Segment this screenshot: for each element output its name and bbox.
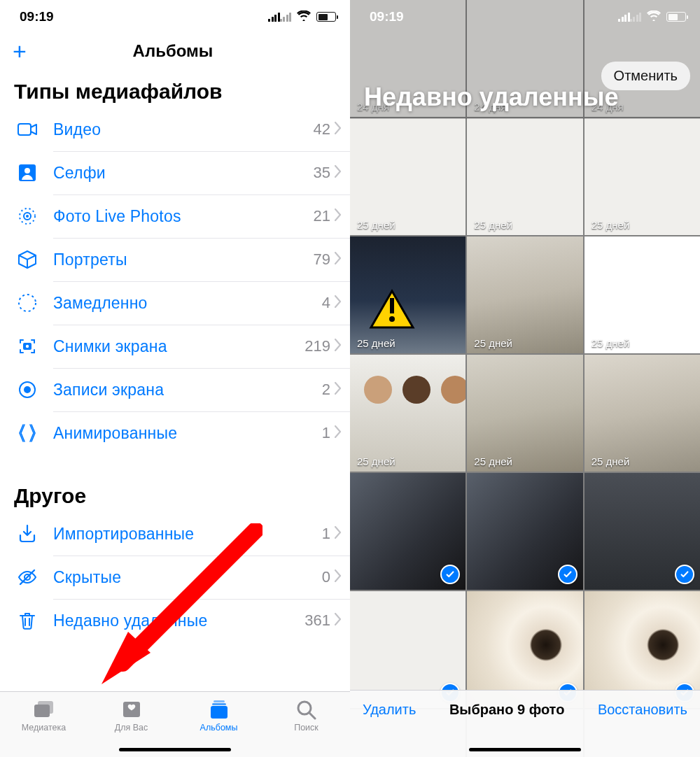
selection-status: Выбрано 9 фото <box>449 702 564 718</box>
status-time: 09:19 <box>20 9 54 24</box>
list-row[interactable]: Импортированные1 <box>0 512 350 556</box>
photo-tile[interactable]: 25 дней <box>467 118 582 235</box>
tab-library[interactable]: Медиатека <box>0 692 88 757</box>
add-button[interactable]: + <box>13 39 27 63</box>
list-row[interactable]: Портреты79 <box>0 238 350 281</box>
row-count: 21 <box>314 207 330 225</box>
row-label: Селфи <box>53 164 314 183</box>
days-remaining-label: 25 дней <box>474 337 512 349</box>
list-row[interactable]: Селфи35 <box>0 151 350 194</box>
list-row[interactable]: Снимки экрана219 <box>0 325 350 368</box>
list-row[interactable]: Анимированные1 <box>0 411 350 455</box>
chevron-right-icon <box>335 295 342 311</box>
photo-tile[interactable]: 25 дней <box>467 236 582 353</box>
photo-tile[interactable] <box>584 473 700 590</box>
search-icon <box>295 699 318 720</box>
list-row[interactable]: Скрытые0 <box>0 556 350 599</box>
hidden-icon <box>14 564 41 590</box>
video-icon <box>14 116 41 143</box>
row-label: Импортированные <box>53 525 322 544</box>
home-indicator[interactable] <box>469 748 581 752</box>
list-media-types: Видео42Селфи35Фото Live Photos21Портреты… <box>0 108 350 455</box>
chevron-right-icon <box>335 208 342 224</box>
row-label: Снимки экрана <box>53 337 304 356</box>
photo-tile[interactable]: 25 дней <box>467 355 582 472</box>
photo-thumbnail <box>350 236 465 353</box>
chevron-right-icon <box>335 425 342 441</box>
foryou-icon <box>120 699 144 720</box>
photo-tile[interactable]: 25 дней <box>350 355 465 472</box>
import-icon <box>14 521 41 547</box>
albums-screen: 09:19 + Альбомы Типы медиафайлов Видео42… <box>0 0 350 757</box>
chevron-right-icon <box>335 165 342 181</box>
row-label: Фото Live Photos <box>53 207 314 226</box>
svg-point-5 <box>364 376 392 404</box>
row-count: 79 <box>314 250 330 269</box>
row-label: Анимированные <box>53 424 322 443</box>
list-other: Импортированные1Скрытые0Недавно удаленны… <box>0 512 350 642</box>
row-label: Замедленно <box>53 294 322 313</box>
days-remaining-label: 25 дней <box>592 337 630 349</box>
photo-thumbnail <box>467 236 582 353</box>
page-title: Альбомы <box>133 41 214 61</box>
animated-icon <box>14 420 41 446</box>
status-icons <box>268 9 336 24</box>
recover-button[interactable]: Восстановить <box>598 702 687 718</box>
row-label: Недавно удаленные <box>53 611 304 630</box>
photo-tile[interactable] <box>467 473 582 590</box>
days-remaining-label: 25 дней <box>474 455 512 467</box>
dual-sim-icon <box>268 13 291 22</box>
list-row[interactable]: Замедленно4 <box>0 281 350 325</box>
photo-thumbnail <box>467 118 582 235</box>
status-icons <box>618 9 686 24</box>
photo-thumbnail <box>467 355 582 472</box>
list-row[interactable]: Записи экрана2 <box>0 368 350 411</box>
svg-point-4 <box>389 316 395 322</box>
tab-label: Альбомы <box>200 723 238 733</box>
tab-search[interactable]: Поиск <box>262 692 350 757</box>
photo-tile[interactable] <box>350 473 465 590</box>
home-indicator[interactable] <box>119 748 231 752</box>
albums-icon <box>207 699 231 720</box>
row-label: Портреты <box>53 250 314 269</box>
chevron-right-icon <box>335 252 342 267</box>
photo-tile[interactable]: 25 дней <box>584 118 700 235</box>
chevron-right-icon <box>335 122 342 137</box>
slomo-icon <box>14 290 41 316</box>
tab-label: Для Вас <box>115 723 148 733</box>
list-row[interactable]: Недавно удаленные361 <box>0 599 350 642</box>
battery-icon <box>666 12 686 22</box>
row-count: 42 <box>314 120 330 139</box>
photo-tile[interactable]: 25 дней <box>350 236 465 353</box>
row-label: Видео <box>53 120 314 139</box>
row-count: 1 <box>322 424 330 442</box>
wifi-icon <box>647 9 661 24</box>
list-row[interactable]: Видео42 <box>0 108 350 151</box>
chevron-right-icon <box>335 382 342 397</box>
screenshot-icon <box>14 333 41 360</box>
chevron-right-icon <box>335 339 342 354</box>
tab-label: Поиск <box>294 723 318 733</box>
section-header-media-types: Типы медиафайлов <box>0 71 350 108</box>
row-count: 219 <box>304 337 330 355</box>
chevron-right-icon <box>335 613 342 628</box>
wifi-icon <box>297 9 311 24</box>
row-count: 2 <box>322 381 330 399</box>
photo-thumbnail <box>584 236 700 353</box>
days-remaining-label: 25 дней <box>592 455 630 467</box>
tab-label: Медиатека <box>22 723 66 733</box>
row-label: Скрытые <box>53 568 322 587</box>
svg-point-7 <box>441 376 465 404</box>
library-icon <box>32 699 56 720</box>
photo-tile[interactable]: 25 дней <box>584 236 700 353</box>
delete-button[interactable]: Удалить <box>363 702 416 718</box>
selected-check-icon <box>558 565 578 584</box>
photo-tile[interactable]: 25 дней <box>584 355 700 472</box>
photo-thumbnail <box>584 118 700 235</box>
photo-tile[interactable]: 25 дней <box>350 118 465 235</box>
list-row[interactable]: Фото Live Photos21 <box>0 194 350 238</box>
row-count: 1 <box>322 525 330 543</box>
row-label: Записи экрана <box>53 381 322 399</box>
battery-icon <box>316 12 336 22</box>
livephoto-icon <box>14 203 41 229</box>
